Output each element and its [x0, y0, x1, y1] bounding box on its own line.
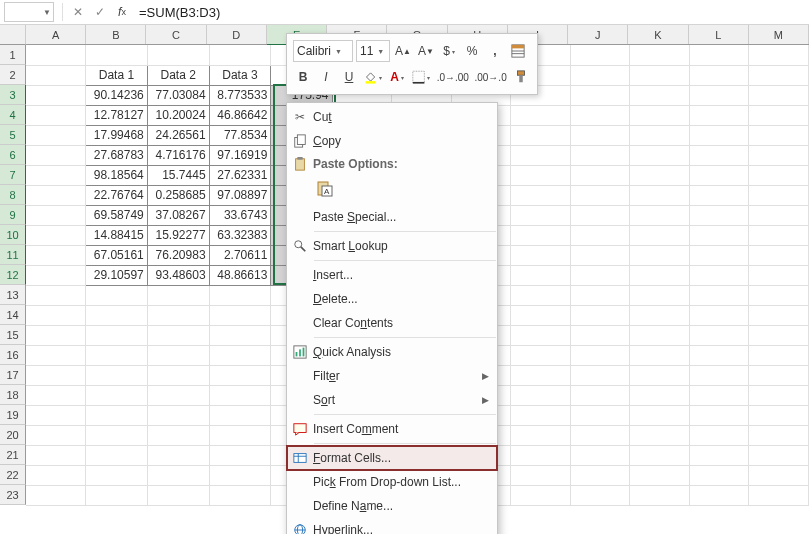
column-header[interactable]: K: [628, 25, 688, 44]
cell[interactable]: [570, 425, 630, 445]
font-color-button[interactable]: A▾: [387, 66, 407, 88]
cell[interactable]: [689, 385, 749, 405]
menu-clear-contents[interactable]: Clear Contents: [287, 311, 497, 335]
cell[interactable]: [749, 445, 809, 465]
cell[interactable]: 37.08267: [147, 205, 209, 225]
cell[interactable]: [689, 185, 749, 205]
cell[interactable]: [749, 225, 809, 245]
cell[interactable]: [86, 405, 148, 425]
cell[interactable]: [209, 465, 271, 485]
increase-font-button[interactable]: A▲: [393, 40, 413, 62]
cell[interactable]: [86, 45, 148, 65]
cell[interactable]: [511, 265, 571, 285]
cell[interactable]: 12.78127: [86, 105, 148, 125]
cell[interactable]: [26, 425, 86, 445]
cell[interactable]: [26, 265, 86, 285]
menu-pick-from-list[interactable]: Pick From Drop-down List...: [287, 470, 497, 494]
row-header[interactable]: 15: [0, 325, 26, 345]
cell[interactable]: [570, 365, 630, 385]
cell[interactable]: [147, 485, 209, 505]
cell[interactable]: 0.258685: [147, 185, 209, 205]
cell[interactable]: [147, 305, 209, 325]
cell[interactable]: [511, 205, 571, 225]
cell[interactable]: [570, 325, 630, 345]
cell[interactable]: [689, 305, 749, 325]
font-size-select[interactable]: 11▼: [356, 40, 390, 62]
comma-format-button[interactable]: ,: [485, 40, 505, 62]
cell[interactable]: [689, 145, 749, 165]
cell[interactable]: 27.62331: [209, 165, 271, 185]
cell[interactable]: [689, 405, 749, 425]
cell[interactable]: [570, 405, 630, 425]
row-header[interactable]: 1: [0, 45, 26, 65]
cell[interactable]: [689, 165, 749, 185]
cell[interactable]: [689, 285, 749, 305]
cell[interactable]: [26, 105, 86, 125]
cell[interactable]: [630, 145, 690, 165]
cell[interactable]: [511, 245, 571, 265]
cell[interactable]: 15.7445: [147, 165, 209, 185]
cell[interactable]: [630, 205, 690, 225]
cell[interactable]: 15.92277: [147, 225, 209, 245]
cell[interactable]: [86, 445, 148, 465]
cell[interactable]: [749, 205, 809, 225]
cell[interactable]: [570, 465, 630, 485]
cell[interactable]: [147, 445, 209, 465]
cell[interactable]: [689, 425, 749, 445]
cell[interactable]: [26, 205, 86, 225]
row-header[interactable]: 4: [0, 105, 26, 125]
cell[interactable]: [209, 305, 271, 325]
cell[interactable]: 90.14236: [86, 85, 148, 105]
name-box[interactable]: ▼: [4, 2, 54, 22]
cell[interactable]: 27.68783: [86, 145, 148, 165]
cell[interactable]: [209, 385, 271, 405]
cell[interactable]: [689, 125, 749, 145]
row-header[interactable]: 11: [0, 245, 26, 265]
cell[interactable]: [570, 45, 630, 65]
row-header[interactable]: 5: [0, 125, 26, 145]
cell[interactable]: [749, 305, 809, 325]
cell[interactable]: [749, 425, 809, 445]
row-header[interactable]: 18: [0, 385, 26, 405]
cell[interactable]: 63.32383: [209, 225, 271, 245]
row-header[interactable]: 17: [0, 365, 26, 385]
decrease-decimal-button[interactable]: .00→.0: [473, 66, 508, 88]
cell[interactable]: [689, 445, 749, 465]
cell[interactable]: [689, 225, 749, 245]
cell[interactable]: [26, 345, 86, 365]
cell[interactable]: [147, 285, 209, 305]
cell[interactable]: [26, 385, 86, 405]
row-header[interactable]: 9: [0, 205, 26, 225]
cancel-formula-button[interactable]: ✕: [67, 2, 89, 22]
cell[interactable]: [570, 85, 630, 105]
cell[interactable]: [630, 225, 690, 245]
cell[interactable]: [147, 325, 209, 345]
cell[interactable]: [630, 185, 690, 205]
cell[interactable]: [630, 245, 690, 265]
menu-quick-analysis[interactable]: Quick Analysis: [287, 340, 497, 364]
cell[interactable]: [689, 325, 749, 345]
cell[interactable]: 67.05161: [86, 245, 148, 265]
cell[interactable]: [26, 465, 86, 485]
column-header[interactable]: A: [26, 25, 86, 44]
cell[interactable]: [26, 165, 86, 185]
menu-filter[interactable]: Filter ▶: [287, 364, 497, 388]
cell[interactable]: [749, 125, 809, 145]
cell[interactable]: [86, 365, 148, 385]
cell[interactable]: 22.76764: [86, 185, 148, 205]
cell[interactable]: [570, 445, 630, 465]
cell[interactable]: [511, 365, 571, 385]
cell[interactable]: [26, 65, 86, 85]
cell[interactable]: [147, 465, 209, 485]
cell[interactable]: [86, 305, 148, 325]
conditional-format-button[interactable]: [508, 40, 528, 62]
column-header[interactable]: B: [86, 25, 146, 44]
cell[interactable]: [511, 105, 571, 125]
borders-button[interactable]: ▾: [410, 66, 432, 88]
cell[interactable]: [749, 365, 809, 385]
cell[interactable]: 48.86613: [209, 265, 271, 285]
cell[interactable]: [630, 45, 690, 65]
cell[interactable]: [749, 285, 809, 305]
cell[interactable]: [570, 125, 630, 145]
cell[interactable]: [630, 265, 690, 285]
